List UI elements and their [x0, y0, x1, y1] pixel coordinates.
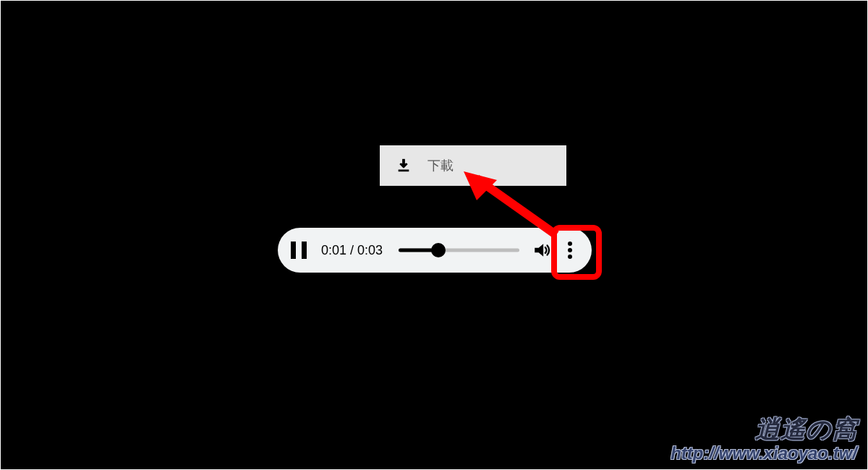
- svg-line-3: [477, 179, 556, 235]
- more-icon: [568, 248, 572, 252]
- progress-slider[interactable]: [399, 242, 519, 259]
- volume-button[interactable]: [532, 241, 551, 260]
- duration: 0:03: [357, 243, 383, 257]
- download-icon: [396, 158, 412, 174]
- more-options-button[interactable]: [561, 240, 579, 260]
- time-separator: /: [346, 243, 357, 257]
- pause-button[interactable]: [291, 242, 307, 259]
- watermark-title: 逍遙の窩: [671, 413, 857, 446]
- current-time: 0:01: [321, 243, 346, 257]
- svg-rect-0: [399, 170, 409, 172]
- volume-icon: [532, 241, 551, 260]
- time-display: 0:01 / 0:03: [321, 243, 383, 258]
- download-label: 下載: [427, 157, 454, 174]
- stage: 下載 0:01 / 0:03: [1, 1, 867, 469]
- pause-icon: [291, 242, 296, 259]
- more-icon: [568, 242, 572, 246]
- svg-rect-2: [402, 159, 405, 165]
- download-menu-item[interactable]: 下載: [380, 145, 566, 186]
- more-icon: [568, 255, 572, 259]
- watermark: 逍遙の窩 http://www.xiaoyao.tw/: [671, 413, 857, 463]
- pause-icon: [302, 242, 307, 259]
- watermark-url: http://www.xiaoyao.tw/: [671, 443, 857, 463]
- audio-player: 0:01 / 0:03: [278, 228, 592, 273]
- progress-thumb[interactable]: [431, 243, 446, 257]
